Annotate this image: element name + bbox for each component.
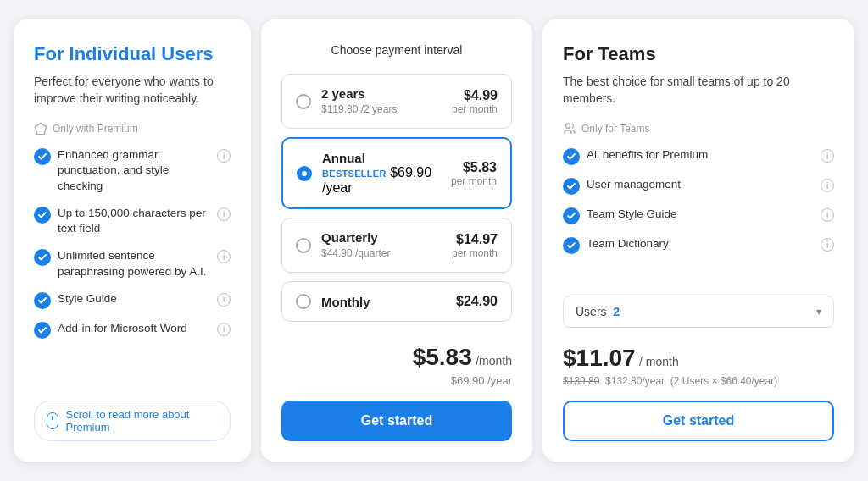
- feature-item: Style Guide i: [34, 291, 231, 309]
- teams-title: For Teams: [563, 43, 834, 65]
- info-icon[interactable]: i: [217, 149, 231, 163]
- summary-section: $5.83 /month $69.90 /year: [281, 344, 512, 387]
- teams-price-annual: $132.80/year: [605, 375, 665, 387]
- plan-name-monthly: Monthly: [321, 295, 446, 309]
- plan-price-monthly: $24.90: [456, 294, 498, 309]
- feature-text: All benefits for Premium: [587, 147, 814, 163]
- plan-price-main: $14.97: [456, 232, 498, 246]
- check-icon: [563, 148, 580, 165]
- info-icon[interactable]: i: [217, 207, 231, 221]
- plan-price-unit: per month: [452, 247, 498, 259]
- premium-label: Only with Premium: [34, 122, 231, 135]
- teams-summary: $11.07 / month $139.80 $132.80/year (2 U…: [563, 328, 834, 387]
- users-count: 2: [613, 305, 620, 318]
- plan-info-2years: 2 years $119.80 /2 years: [321, 86, 442, 116]
- feature-item: Enhanced grammar, punctuation, and style…: [34, 147, 231, 194]
- feature-list: Enhanced grammar, punctuation, and style…: [34, 147, 231, 384]
- summary-annual: $69.90 /year: [281, 374, 512, 387]
- check-icon: [34, 322, 51, 339]
- teams-label: Only for Teams: [563, 122, 834, 135]
- feature-text: Team Dictionary: [587, 236, 814, 252]
- feature-text: Unlimited sentence paraphrasing powered …: [58, 248, 210, 279]
- radio-2years[interactable]: [296, 94, 311, 109]
- teams-subtitle: The best choice for small teams of up to…: [563, 74, 834, 107]
- scroll-link[interactable]: Scroll to read more about Premium: [34, 401, 231, 441]
- info-icon[interactable]: i: [217, 250, 231, 263]
- plan-price-annual: $5.83 per month: [451, 160, 497, 187]
- radio-quarterly[interactable]: [296, 238, 311, 253]
- teams-feature-list: All benefits for Premium i User manageme…: [563, 147, 834, 289]
- plan-price-quarterly: $14.97 per month: [452, 232, 498, 259]
- check-icon: [34, 249, 51, 266]
- info-icon[interactable]: i: [821, 179, 834, 192]
- info-icon[interactable]: i: [821, 238, 834, 252]
- radio-annual[interactable]: [297, 166, 312, 181]
- teams-price-detail: (2 Users × $66.40/year): [670, 375, 777, 387]
- plan-info-annual: Annual BESTSELLER $69.90 /year: [322, 151, 441, 196]
- plan-option-annual[interactable]: Annual BESTSELLER $69.90 /year $5.83 per…: [281, 137, 512, 209]
- plan-sub: $119.80 /2 years: [321, 103, 397, 115]
- svg-point-1: [565, 124, 570, 128]
- check-icon: [34, 292, 51, 309]
- teams-get-started-button[interactable]: Get started: [563, 401, 834, 441]
- feature-item: Unlimited sentence paraphrasing powered …: [34, 248, 231, 279]
- info-icon[interactable]: i: [821, 208, 834, 222]
- users-selector[interactable]: Users 2 ▾: [563, 296, 834, 328]
- feature-text: User management: [587, 177, 814, 192]
- payment-header: Choose payment interval: [281, 43, 512, 57]
- individual-title: For Individual Users: [34, 43, 231, 65]
- plan-option-monthly[interactable]: Monthly $24.90: [281, 281, 512, 322]
- feature-text: Team Style Guide: [587, 207, 814, 222]
- teams-feature-item: User management i: [563, 177, 834, 195]
- plan-name-2years: 2 years: [321, 86, 442, 101]
- users-label: Users 2: [576, 305, 620, 318]
- feature-text: Enhanced grammar, punctuation, and style…: [58, 147, 210, 194]
- middle-get-started-button[interactable]: Get started: [281, 401, 512, 441]
- plan-sub: $44.90 /quarter: [321, 247, 390, 259]
- info-icon[interactable]: i: [217, 293, 231, 307]
- teams-price-row: $11.07 / month: [563, 345, 834, 372]
- plan-price-unit: per month: [452, 103, 498, 115]
- summary-price: $5.83: [413, 344, 472, 370]
- plan-price-main: $4.99: [464, 88, 498, 102]
- teams-price-details: $139.80 $132.80/year (2 Users × $66.40/y…: [563, 375, 834, 387]
- check-icon: [563, 178, 580, 195]
- teams-feature-item: Team Dictionary i: [563, 236, 834, 254]
- svg-marker-0: [35, 124, 46, 135]
- summary-unit: /month: [476, 354, 512, 368]
- pricing-container: For Individual Users Perfect for everyon…: [14, 19, 854, 462]
- feature-item: Up to 150,000 characters per text field …: [34, 206, 231, 236]
- teams-feature-item: All benefits for Premium i: [563, 147, 834, 165]
- feature-item: Add-in for Microsoft Word i: [34, 321, 231, 339]
- plan-option-quarterly[interactable]: Quarterly $44.90 /quarter $14.97 per mon…: [281, 218, 512, 273]
- plan-price-main: $24.90: [456, 294, 498, 308]
- payment-card: Choose payment interval 2 years $119.80 …: [261, 19, 532, 462]
- teams-price-main: $11.07: [563, 345, 636, 371]
- radio-monthly[interactable]: [296, 294, 311, 309]
- bestseller-badge: BESTSELLER: [322, 169, 387, 179]
- plan-price-main: $5.83: [463, 160, 497, 174]
- summary-price-row: $5.83 /month: [281, 344, 512, 371]
- plan-option-2years[interactable]: 2 years $119.80 /2 years $4.99 per month: [281, 74, 512, 129]
- plan-price-unit: per month: [451, 175, 497, 187]
- individual-subtitle: Perfect for everyone who wants to improv…: [34, 74, 231, 107]
- check-icon: [34, 148, 51, 165]
- individual-card: For Individual Users Perfect for everyon…: [14, 19, 251, 462]
- info-icon[interactable]: i: [821, 149, 834, 163]
- diamond-icon: [34, 122, 47, 135]
- plan-name-annual: Annual: [322, 151, 441, 165]
- teams-price-original: $139.80: [563, 375, 599, 387]
- plan-info-quarterly: Quarterly $44.90 /quarter: [321, 230, 442, 260]
- feature-text: Add-in for Microsoft Word: [58, 321, 210, 336]
- teams-card: For Teams The best choice for small team…: [542, 19, 854, 462]
- check-icon: [563, 237, 580, 254]
- plans-list: 2 years $119.80 /2 years $4.99 per month…: [281, 74, 512, 330]
- teams-price-unit: / month: [639, 355, 679, 368]
- info-icon[interactable]: i: [217, 323, 231, 336]
- check-icon: [34, 207, 51, 224]
- teams-feature-item: Team Style Guide i: [563, 207, 834, 224]
- plan-name-quarterly: Quarterly: [321, 230, 442, 245]
- feature-text: Style Guide: [58, 291, 210, 307]
- people-icon: [563, 122, 576, 135]
- chevron-down-icon: ▾: [816, 306, 821, 318]
